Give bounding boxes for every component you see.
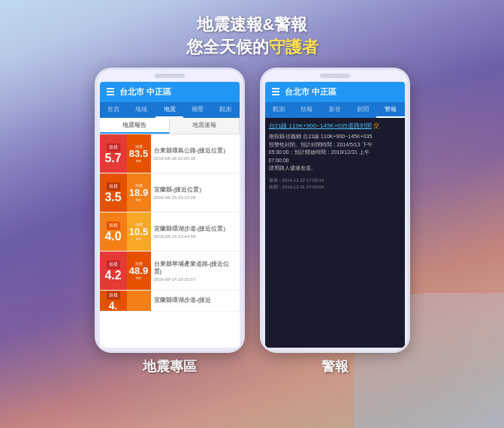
quake-level-2: 規模 (107, 222, 120, 230)
menu-icon: ☰ (106, 86, 115, 98)
phone-right-nav: 觀測 預報 影音 新聞 警報 (265, 102, 405, 118)
quake-time-2: 2016-08-15 23:44:59 (154, 234, 237, 239)
header-line2-prefix: 您全天候的 (186, 38, 269, 56)
phone-left-outer: ☰ 台北市 中正區 首頁 地域 地震 層壓 觀測 地震報告 地震速報 (95, 68, 245, 375)
nav-tab-3[interactable]: 層壓 (183, 102, 211, 118)
quake-level-3: 規模 (107, 261, 120, 269)
phone-left-appbar: ☰ 台北市 中正區 (100, 82, 240, 102)
quake-depth-val-2: 10.5 (129, 227, 148, 237)
right-nav-tab-2[interactable]: 影音 (321, 102, 349, 118)
section-tab-report[interactable]: 地震報告 (100, 118, 170, 134)
quake-item-1[interactable]: 規模 3.5 深度 18.9 km 宜蘭縣-(接近位置) 2016-08-15 … (100, 173, 240, 212)
quake-loc-4: 宜蘭縣環湖步道-(接近 (154, 297, 237, 304)
phones-wrapper: ☰ 台北市 中正區 首頁 地域 地震 層壓 觀測 地震報告 地震速報 (0, 68, 504, 375)
quake-mag-3: 規模 4.2 (100, 252, 127, 290)
header: 地震速報&警報 您全天候的守護者 (0, 14, 504, 59)
phone-right-appbar: ☰ 台北市 中正區 (265, 82, 405, 102)
section-tab-fast[interactable]: 地震速報 (170, 118, 240, 134)
quake-depth-val-1: 18.9 (129, 188, 148, 197)
quake-value-0: 5.7 (104, 152, 121, 164)
nav-tab-0[interactable]: 首頁 (100, 102, 128, 118)
quake-mag-0: 規模 5.7 (100, 134, 127, 173)
phone-left-screen: ☰ 台北市 中正區 首頁 地域 地震 層壓 觀測 地震報告 地震速報 (100, 82, 240, 348)
quake-depth-unit-0: km (136, 158, 141, 163)
alert-expire: 效期：2019-12-31 07:00:00 (269, 184, 401, 191)
quake-info-2: 宜蘭縣環湖步道-(接近位置) 2016-08-15 23:44:59 (151, 212, 240, 251)
alert-content: 台21線 110K+900~145K+035道路封閉 交 南投縣 信義鄉 台21… (265, 118, 405, 348)
nav-tab-1[interactable]: 地域 (128, 102, 155, 118)
quake-time-3: 2016-08-14 18:20:57 (154, 277, 237, 282)
quake-value-3: 4.2 (104, 270, 121, 282)
alert-body: 南投縣 信義鄉 台21線 110K+900~145K+035 預警性封閉。預計封… (269, 133, 401, 173)
quake-value-4: 4. (109, 300, 118, 311)
phone-right-outer: ☰ 台北市 中正區 觀測 預報 影音 新聞 警報 台21線 110K+900~1… (260, 68, 410, 375)
quake-depth-4 (127, 291, 151, 311)
quake-mag-4: 規模 4. (100, 291, 127, 311)
quake-time-0: 2016-08-18 22:05:35 (154, 156, 237, 161)
quake-depth-1: 深度 18.9 km (127, 173, 151, 212)
quake-value-1: 3.5 (104, 191, 121, 203)
phone-left-title: 台北市 中正區 (119, 86, 171, 98)
phone-right-title: 台北市 中正區 (285, 86, 337, 98)
quake-info-3: 台東縣寧埔產業道路-(接近位置) 2016-08-14 18:20:57 (151, 252, 240, 290)
alert-type: 交 (373, 122, 379, 129)
quake-level-0: 規模 (107, 143, 120, 152)
nav-tab-2[interactable]: 地震 (155, 102, 183, 118)
header-line2: 您全天候的守護者 (0, 36, 504, 59)
phone-right-screen: ☰ 台北市 中正區 觀測 預報 影音 新聞 警報 台21線 110K+900~1… (265, 82, 405, 348)
quake-info-4: 宜蘭縣環湖步道-(接近 (151, 291, 240, 311)
quake-time-1: 2016-08-15 19:14:28 (154, 195, 237, 200)
header-line1: 地震速報&警報 (0, 14, 504, 36)
nav-tab-4[interactable]: 觀測 (211, 102, 239, 118)
quake-loc-1: 宜蘭縣-(接近位置) (154, 186, 237, 194)
phone-right-label: 警報 (321, 357, 349, 375)
phone-left-nav: 首頁 地域 地震 層壓 觀測 (100, 102, 240, 118)
quake-depth-val-0: 83.5 (129, 149, 148, 158)
right-nav-tab-1[interactable]: 預報 (293, 102, 321, 118)
phone-left-label: 地震專區 (143, 357, 197, 375)
right-menu-icon: ☰ (271, 86, 280, 98)
quake-depth-unit-1: km (136, 197, 141, 202)
phone-left-notch (97, 70, 243, 82)
quake-item-2[interactable]: 規模 4.0 深度 10.5 km 宜蘭縣環湖步道-(接近位置) 2016-08… (100, 212, 240, 252)
quake-item-0[interactable]: 規模 5.7 深度 83.5 km 台東縣環島公路-(接近位置) 2016-08… (100, 134, 240, 173)
quake-depth-3: 深度 48.9 km (127, 252, 151, 290)
right-nav-tab-0[interactable]: 觀測 (265, 102, 293, 118)
quake-loc-0: 台東縣環島公路-(接近位置) (154, 147, 237, 155)
quake-depth-unit-2: km (136, 237, 141, 241)
quake-level-4: 規模 (107, 291, 120, 300)
phone-left-section-tabs: 地震報告 地震速報 (100, 118, 240, 134)
quake-info-0: 台東縣環島公路-(接近位置) 2016-08-18 22:05:35 (151, 134, 240, 173)
quake-loc-2: 宜蘭縣環湖步道-(接近位置) (154, 225, 237, 233)
phone-right-notch-dot (320, 74, 350, 78)
phone-left-notch-dot (155, 74, 185, 78)
phone-right: ☰ 台北市 中正區 觀測 預報 影音 新聞 警報 台21線 110K+900~1… (260, 68, 410, 353)
quake-mag-2: 規模 4.0 (100, 212, 127, 251)
earthquake-list: 規模 5.7 深度 83.5 km 台東縣環島公路-(接近位置) 2016-08… (100, 134, 240, 348)
quake-value-2: 4.0 (104, 231, 121, 243)
quake-item-4[interactable]: 規模 4. 宜蘭縣環湖步道-(接近 (100, 291, 240, 312)
alert-publish: 發佈：2014-12-12 17:06:33 (269, 177, 401, 184)
quake-depth-0: 深度 83.5 km (127, 134, 151, 173)
quake-depth-2: 深度 10.5 km (127, 212, 151, 251)
quake-info-1: 宜蘭縣-(接近位置) 2016-08-15 19:14:28 (151, 173, 240, 212)
quake-level-1: 規模 (107, 182, 120, 191)
right-nav-tab-3[interactable]: 新聞 (349, 102, 376, 118)
header-line2-highlight: 守護者 (269, 38, 318, 56)
phone-left: ☰ 台北市 中正區 首頁 地域 地震 層壓 觀測 地震報告 地震速報 (95, 68, 245, 353)
quake-depth-unit-3: km (136, 276, 141, 280)
quake-mag-1: 規模 3.5 (100, 173, 127, 212)
quake-item-3[interactable]: 規模 4.2 深度 48.9 km 台東縣寧埔產業道路-(接近位置) 2016-… (100, 252, 240, 291)
quake-depth-val-3: 48.9 (129, 266, 148, 276)
phone-right-notch (262, 70, 408, 82)
alert-title: 台21線 110K+900~145K+035道路封閉 交 (269, 122, 401, 130)
quake-loc-3: 台東縣寧埔產業道路-(接近位置) (154, 261, 237, 276)
alert-road-link[interactable]: 台21線 110K+900~145K+035道路封閉 (269, 122, 372, 129)
right-nav-tab-4[interactable]: 警報 (376, 102, 404, 118)
